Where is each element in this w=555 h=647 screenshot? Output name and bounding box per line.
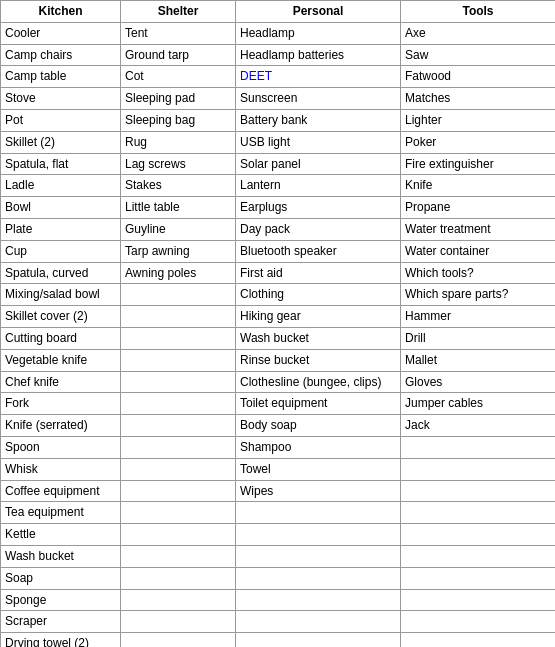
- table-cell: Wash bucket: [1, 545, 121, 567]
- table-cell: Tent: [121, 22, 236, 44]
- table-row: Spatula, flatLag screwsSolar panelFire e…: [1, 153, 556, 175]
- table-cell: Kettle: [1, 524, 121, 546]
- table-cell: Camp table: [1, 66, 121, 88]
- table-cell: Matches: [401, 88, 556, 110]
- table-cell: [121, 327, 236, 349]
- table-cell: [236, 502, 401, 524]
- table-row: Coffee equipmentWipes: [1, 480, 556, 502]
- table-cell: [236, 589, 401, 611]
- table-cell: [121, 284, 236, 306]
- table-cell: Spoon: [1, 436, 121, 458]
- table-cell: [236, 567, 401, 589]
- table-cell: Sunscreen: [236, 88, 401, 110]
- table-row: CoolerTentHeadlampAxe: [1, 22, 556, 44]
- table-row: Camp chairsGround tarpHeadlamp batteries…: [1, 44, 556, 66]
- table-cell: Rug: [121, 131, 236, 153]
- table-cell: [121, 415, 236, 437]
- table-cell: Skillet (2): [1, 131, 121, 153]
- table-row: LadleStakesLanternKnife: [1, 175, 556, 197]
- table-cell: Guyline: [121, 218, 236, 240]
- table-cell: Cutting board: [1, 327, 121, 349]
- table-cell: Knife (serrated): [1, 415, 121, 437]
- table-cell: Hammer: [401, 306, 556, 328]
- table-row: Drying towel (2): [1, 633, 556, 647]
- table-cell: [121, 524, 236, 546]
- table-cell: Little table: [121, 197, 236, 219]
- table-cell: Pot: [1, 109, 121, 131]
- table-cell: Sleeping bag: [121, 109, 236, 131]
- table-cell: [121, 502, 236, 524]
- table-cell: [401, 589, 556, 611]
- table-cell: Ladle: [1, 175, 121, 197]
- table-cell: Bowl: [1, 197, 121, 219]
- table-cell: [121, 458, 236, 480]
- table-cell: Spatula, curved: [1, 262, 121, 284]
- table-cell: Lighter: [401, 109, 556, 131]
- table-row: SpoonShampoo: [1, 436, 556, 458]
- table-cell: Poker: [401, 131, 556, 153]
- table-cell: Coffee equipment: [1, 480, 121, 502]
- table-cell: [236, 633, 401, 647]
- table-row: Kettle: [1, 524, 556, 546]
- table-cell: Fatwood: [401, 66, 556, 88]
- table-cell: Wipes: [236, 480, 401, 502]
- table-row: ForkToilet equipmentJumper cables: [1, 393, 556, 415]
- table-cell: Sponge: [1, 589, 121, 611]
- table-row: Mixing/salad bowlClothingWhich spare par…: [1, 284, 556, 306]
- camping-checklist-table: Kitchen Shelter Personal Tools CoolerTen…: [0, 0, 555, 647]
- table-cell: Bluetooth speaker: [236, 240, 401, 262]
- table-cell: [121, 306, 236, 328]
- table-cell: [401, 480, 556, 502]
- table-row: BowlLittle tableEarplugsPropane: [1, 197, 556, 219]
- table-cell: [121, 436, 236, 458]
- table-cell: Tea equipment: [1, 502, 121, 524]
- table-cell: Ground tarp: [121, 44, 236, 66]
- table-cell: [236, 524, 401, 546]
- table-cell: Battery bank: [236, 109, 401, 131]
- table-cell: [236, 545, 401, 567]
- table-row: Tea equipment: [1, 502, 556, 524]
- table-cell: Drill: [401, 327, 556, 349]
- table-cell: Wash bucket: [236, 327, 401, 349]
- table-row: StoveSleeping padSunscreenMatches: [1, 88, 556, 110]
- table-cell: Spatula, flat: [1, 153, 121, 175]
- table-cell: Stove: [1, 88, 121, 110]
- table-cell: Gloves: [401, 371, 556, 393]
- table-cell: [401, 524, 556, 546]
- table-cell: Mixing/salad bowl: [1, 284, 121, 306]
- table-cell: Vegetable knife: [1, 349, 121, 371]
- table-cell: Awning poles: [121, 262, 236, 284]
- table-cell: Which tools?: [401, 262, 556, 284]
- table-cell: Which spare parts?: [401, 284, 556, 306]
- table-cell: Saw: [401, 44, 556, 66]
- table-cell: Earplugs: [236, 197, 401, 219]
- table-cell: Axe: [401, 22, 556, 44]
- table-cell: [121, 371, 236, 393]
- table-row: Wash bucket: [1, 545, 556, 567]
- table-cell: Body soap: [236, 415, 401, 437]
- table-cell: [401, 567, 556, 589]
- table-cell: Camp chairs: [1, 44, 121, 66]
- table-cell: Water container: [401, 240, 556, 262]
- table-cell: Chef knife: [1, 371, 121, 393]
- table-cell: [121, 393, 236, 415]
- table-cell: Headlamp batteries: [236, 44, 401, 66]
- table-cell: [121, 611, 236, 633]
- table-cell: USB light: [236, 131, 401, 153]
- table-row: CupTarp awningBluetooth speakerWater con…: [1, 240, 556, 262]
- table-row: Knife (serrated)Body soapJack: [1, 415, 556, 437]
- table-row: PlateGuylineDay packWater treatment: [1, 218, 556, 240]
- table-cell: [121, 545, 236, 567]
- table-row: Camp tableCotDEETFatwood: [1, 66, 556, 88]
- table-cell: [401, 633, 556, 647]
- table-cell: Lantern: [236, 175, 401, 197]
- table-cell: Jack: [401, 415, 556, 437]
- table-row: Skillet cover (2)Hiking gearHammer: [1, 306, 556, 328]
- table-cell: Clothesline (bungee, clips): [236, 371, 401, 393]
- table-cell: Stakes: [121, 175, 236, 197]
- table-cell: Fire extinguisher: [401, 153, 556, 175]
- table-cell: [121, 349, 236, 371]
- table-cell: [121, 633, 236, 647]
- table-cell: [401, 436, 556, 458]
- table-cell: Sleeping pad: [121, 88, 236, 110]
